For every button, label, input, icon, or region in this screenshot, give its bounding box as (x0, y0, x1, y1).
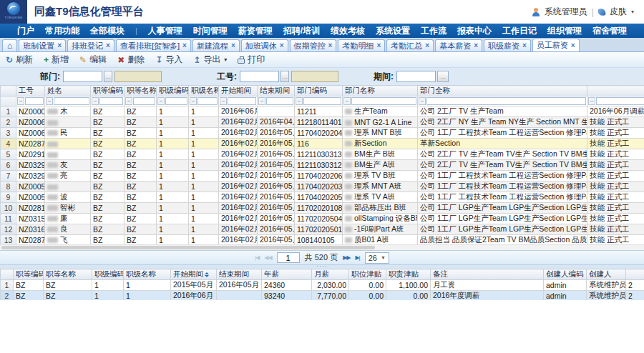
column-header-7[interactable]: 开始期间 (219, 86, 258, 96)
close-icon[interactable]: × (57, 42, 62, 49)
column-header-2[interactable]: 姓名 (45, 86, 91, 96)
tab-1[interactable]: 班制设置× (19, 39, 66, 51)
menu-item-4[interactable]: 人事管理 (148, 25, 182, 37)
column-header-10[interactable]: 部门名称 (343, 86, 418, 96)
tab-7[interactable]: 考勤明细× (338, 39, 385, 51)
filter-operator-dropdown[interactable]: ~ (419, 97, 426, 105)
close-icon[interactable]: × (522, 42, 527, 49)
tab-9[interactable]: 基本薪资× (435, 39, 482, 51)
menu-item-8[interactable]: 绩效考核 (331, 25, 365, 37)
table-row[interactable]: 12NZ031609良BZBZ112016年02月2016年05月1170202… (1, 224, 644, 235)
filter-operator-dropdown[interactable]: ~ (588, 97, 595, 105)
column-header-12[interactable]: 创建人编码 (544, 269, 587, 280)
table-row[interactable]: 11NZ031518廉BZBZ112016年02月2016年05月1170202… (1, 214, 644, 224)
tab-5[interactable]: 加班调休× (241, 39, 288, 51)
close-icon[interactable]: × (376, 42, 381, 49)
tab-11[interactable]: 员工薪资× (532, 39, 580, 51)
period-lookup-button[interactable]: … (437, 71, 449, 82)
menu-item-11[interactable]: 报表中心 (457, 25, 492, 37)
tab-2[interactable]: 排班登记× (67, 39, 114, 51)
column-filter-input[interactable] (25, 97, 44, 105)
column-header-10[interactable]: 职责津贴 (386, 269, 431, 280)
dept-lookup-button[interactable]: … (104, 71, 112, 82)
prev-page-button[interactable]: ◀◀ (264, 254, 271, 261)
close-icon[interactable]: × (571, 42, 575, 49)
column-filter-input[interactable] (54, 97, 89, 105)
toolbar-button-plus[interactable]: +新增 (44, 54, 69, 66)
menu-item-9[interactable]: 系统设置 (376, 25, 410, 37)
filter-operator-dropdown[interactable]: ~ (258, 97, 265, 105)
toolbar-button-pencil[interactable]: ✎编辑 (79, 54, 107, 66)
menu-item-14[interactable]: 宿舍管理 (592, 25, 627, 37)
close-icon[interactable]: × (328, 42, 333, 49)
empno-filter-input[interactable] (240, 71, 279, 82)
column-filter-input[interactable] (165, 97, 187, 105)
dept-filter-input[interactable] (63, 71, 102, 82)
column-header-6[interactable]: 职级名称 (189, 86, 219, 96)
column-header-5[interactable]: 职级编码 (157, 86, 189, 96)
tab-3[interactable]: 查看排班[贺智多]× (116, 39, 191, 51)
column-filter-input[interactable] (228, 97, 256, 105)
period-filter-input[interactable] (396, 71, 436, 82)
table-row[interactable]: 1BZBZ112015年05月2016年05月243602,030.000.00… (1, 280, 644, 291)
column-header-2[interactable]: 职等名称 (44, 269, 92, 280)
column-header-14[interactable] (626, 269, 644, 280)
column-header-7[interactable]: 年薪 (262, 269, 312, 280)
column-header-4[interactable]: 职级名称 (124, 269, 171, 280)
column-filter-input[interactable] (197, 97, 218, 105)
menu-item-1[interactable]: 门户 (17, 25, 34, 37)
column-header-3[interactable]: 职级编码 (92, 269, 124, 280)
filter-operator-dropdown[interactable]: ~ (157, 97, 165, 105)
menu-item-3[interactable]: 全部模块 (90, 25, 125, 37)
close-icon[interactable]: × (231, 42, 235, 49)
tab-6[interactable]: 假期管控× (290, 39, 337, 51)
column-header-8[interactable]: 月薪 (312, 269, 349, 280)
menu-item-13[interactable]: 组织管理 (547, 25, 582, 37)
close-icon[interactable]: × (425, 42, 429, 49)
column-header-0[interactable] (1, 86, 16, 96)
last-page-button[interactable]: ▶| (355, 254, 359, 261)
column-header-0[interactable] (1, 269, 14, 280)
toolbar-button-refresh[interactable]: ↻刷新 (6, 54, 33, 66)
table-row[interactable]: 2NZ000631BZBZ112016年02月2016年04月112180114… (1, 117, 644, 128)
toolbar-button-import[interactable]: ↧导入 (155, 54, 182, 66)
column-filter-input[interactable] (99, 97, 123, 105)
filter-operator-dropdown[interactable]: ~ (220, 97, 227, 105)
filter-operator-dropdown[interactable]: ~ (343, 97, 351, 105)
page-size-select[interactable]: 26 ▼ (365, 252, 389, 264)
column-header-13[interactable]: 创建人 (587, 269, 626, 280)
table-row[interactable]: 3NZ000635民BZBZ112016年02月2016年05月11704020… (1, 128, 644, 139)
next-page-button[interactable]: ▶▶ (343, 254, 350, 261)
table-row[interactable]: 9NZ000515波BZBZ112016年02月2016年05月11704020… (1, 192, 644, 203)
close-icon[interactable]: × (280, 42, 284, 49)
menu-item-2[interactable]: 常用功能 (45, 25, 79, 37)
table-row[interactable]: 8NZ000509BZBZ112016年02月2016年05月117040202… (1, 182, 644, 192)
toolbar-button-delete[interactable]: ✖删除 (117, 54, 145, 66)
menu-item-5[interactable]: 时间管理 (193, 25, 228, 37)
column-header-6[interactable]: 结束期间 (217, 269, 262, 280)
filter-operator-dropdown[interactable]: ~ (296, 97, 303, 105)
current-user-label[interactable]: 系统管理员 (545, 6, 587, 18)
close-icon[interactable]: × (106, 42, 110, 49)
table-row[interactable]: 13NZ028742飞BZBZ112016年02月2016年05月1081401… (1, 235, 644, 245)
column-header-9[interactable]: 部门编码 (295, 86, 343, 96)
column-filter-input[interactable] (133, 97, 155, 105)
column-header-3[interactable]: 职等编码 (91, 86, 125, 96)
table-row[interactable]: 5NZ029153BZBZ112016年02月2016年05月112110303… (1, 149, 644, 160)
app-logo[interactable]: TONGXINE (0, 0, 27, 24)
close-icon[interactable]: × (474, 42, 478, 49)
table-row[interactable]: 7NZ032930亮BZBZ112016年02月2016年05月11704020… (1, 171, 644, 182)
menu-item-6[interactable]: 薪资管理 (238, 25, 273, 37)
column-header-11[interactable]: 备注 (431, 269, 544, 280)
tab-home[interactable]: ⌂ (2, 39, 17, 51)
table-row[interactable]: 10NZ028170智彬BZBZ112016年02月2016年05月117020… (1, 203, 644, 214)
menu-item-7[interactable]: 招聘/培训 (283, 25, 320, 37)
column-header-5[interactable]: 开始期间 (171, 269, 217, 280)
tab-4[interactable]: 新建流程× (192, 39, 240, 51)
close-icon[interactable]: × (182, 42, 187, 49)
table-row[interactable]: 1NZ000046木BZBZ112016年06月11211生产Team公司 2工… (1, 106, 644, 117)
column-header-1[interactable]: 职等编码 (14, 269, 44, 280)
column-filter-input[interactable] (426, 97, 586, 105)
column-header-1[interactable]: 工号 (16, 86, 45, 96)
column-header-8[interactable]: 结束期间 (258, 86, 295, 96)
